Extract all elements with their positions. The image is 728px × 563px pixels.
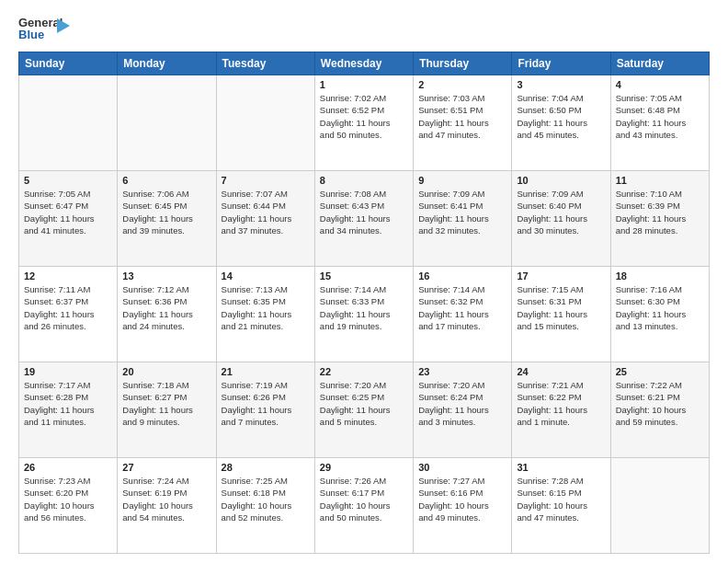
- calendar-cell: 20Sunrise: 7:18 AM Sunset: 6:27 PM Dayli…: [118, 362, 216, 458]
- calendar-cell: 22Sunrise: 7:20 AM Sunset: 6:25 PM Dayli…: [314, 362, 413, 458]
- weekday-header-thursday: Thursday: [414, 52, 512, 75]
- day-info: Sunrise: 7:27 AM Sunset: 6:16 PM Dayligh…: [418, 475, 506, 523]
- day-number: 26: [24, 462, 112, 473]
- day-info: Sunrise: 7:20 AM Sunset: 6:25 PM Dayligh…: [320, 379, 408, 428]
- calendar-cell: 30Sunrise: 7:27 AM Sunset: 6:16 PM Dayli…: [414, 458, 512, 554]
- week-row-3: 19Sunrise: 7:17 AM Sunset: 6:28 PM Dayli…: [19, 362, 710, 458]
- day-info: Sunrise: 7:16 AM Sunset: 6:30 PM Dayligh…: [616, 283, 704, 332]
- calendar-cell: 23Sunrise: 7:20 AM Sunset: 6:24 PM Dayli…: [414, 362, 512, 458]
- day-number: 30: [418, 462, 506, 473]
- day-info: Sunrise: 7:22 AM Sunset: 6:21 PM Dayligh…: [616, 379, 704, 428]
- day-info: Sunrise: 7:03 AM Sunset: 6:51 PM Dayligh…: [418, 92, 506, 141]
- day-info: Sunrise: 7:28 AM Sunset: 6:15 PM Dayligh…: [517, 475, 605, 523]
- day-number: 25: [616, 366, 704, 377]
- day-info: Sunrise: 7:23 AM Sunset: 6:20 PM Dayligh…: [24, 475, 112, 523]
- day-info: Sunrise: 7:12 AM Sunset: 6:36 PM Dayligh…: [122, 283, 210, 332]
- day-info: Sunrise: 7:14 AM Sunset: 6:33 PM Dayligh…: [320, 283, 408, 332]
- weekday-header-wednesday: Wednesday: [314, 52, 413, 75]
- day-number: 24: [517, 366, 605, 377]
- day-info: Sunrise: 7:25 AM Sunset: 6:18 PM Dayligh…: [222, 475, 310, 523]
- day-number: 15: [320, 270, 408, 282]
- day-info: Sunrise: 7:09 AM Sunset: 6:40 PM Dayligh…: [517, 188, 605, 236]
- page: GeneralBlue SundayMondayTuesdayWednesday…: [0, 0, 728, 563]
- calendar-cell: 19Sunrise: 7:17 AM Sunset: 6:28 PM Dayli…: [19, 362, 118, 458]
- week-row-2: 12Sunrise: 7:11 AM Sunset: 6:37 PM Dayli…: [19, 267, 710, 362]
- day-number: 22: [320, 366, 408, 377]
- day-info: Sunrise: 7:05 AM Sunset: 6:48 PM Dayligh…: [616, 92, 704, 141]
- calendar-cell: 28Sunrise: 7:25 AM Sunset: 6:18 PM Dayli…: [216, 458, 314, 554]
- day-info: Sunrise: 7:04 AM Sunset: 6:50 PM Dayligh…: [517, 92, 605, 141]
- calendar-cell: 10Sunrise: 7:09 AM Sunset: 6:40 PM Dayli…: [512, 171, 610, 267]
- day-info: Sunrise: 7:20 AM Sunset: 6:24 PM Dayligh…: [418, 379, 506, 428]
- calendar-cell: 18Sunrise: 7:16 AM Sunset: 6:30 PM Dayli…: [610, 267, 709, 362]
- header: GeneralBlue: [18, 15, 710, 42]
- day-info: Sunrise: 7:13 AM Sunset: 6:35 PM Dayligh…: [222, 283, 310, 332]
- day-number: 14: [222, 270, 310, 282]
- calendar-cell: 8Sunrise: 7:08 AM Sunset: 6:43 PM Daylig…: [314, 171, 413, 267]
- logo-svg: GeneralBlue: [18, 15, 70, 42]
- calendar-cell: 12Sunrise: 7:11 AM Sunset: 6:37 PM Dayli…: [19, 267, 118, 362]
- weekday-header-sunday: Sunday: [19, 52, 118, 75]
- day-info: Sunrise: 7:05 AM Sunset: 6:47 PM Dayligh…: [24, 188, 112, 236]
- day-info: Sunrise: 7:21 AM Sunset: 6:22 PM Dayligh…: [517, 379, 605, 428]
- week-row-4: 26Sunrise: 7:23 AM Sunset: 6:20 PM Dayli…: [19, 458, 710, 554]
- day-number: 21: [222, 366, 310, 377]
- day-info: Sunrise: 7:11 AM Sunset: 6:37 PM Dayligh…: [24, 283, 112, 332]
- day-number: 8: [320, 175, 408, 186]
- day-info: Sunrise: 7:09 AM Sunset: 6:41 PM Dayligh…: [418, 188, 506, 236]
- calendar-cell: 7Sunrise: 7:07 AM Sunset: 6:44 PM Daylig…: [216, 171, 314, 267]
- day-info: Sunrise: 7:26 AM Sunset: 6:17 PM Dayligh…: [320, 475, 408, 523]
- day-number: 27: [122, 462, 210, 473]
- calendar-cell: 31Sunrise: 7:28 AM Sunset: 6:15 PM Dayli…: [512, 458, 610, 554]
- day-number: 31: [517, 462, 605, 473]
- day-number: 9: [418, 175, 506, 186]
- day-number: 16: [418, 270, 506, 282]
- day-number: 28: [222, 462, 310, 473]
- day-info: Sunrise: 7:10 AM Sunset: 6:39 PM Dayligh…: [616, 188, 704, 236]
- calendar-cell: 3Sunrise: 7:04 AM Sunset: 6:50 PM Daylig…: [512, 75, 610, 171]
- weekday-header-friday: Friday: [512, 52, 610, 75]
- weekday-header-saturday: Saturday: [610, 52, 709, 75]
- day-info: Sunrise: 7:06 AM Sunset: 6:45 PM Dayligh…: [122, 188, 210, 236]
- calendar-cell: 14Sunrise: 7:13 AM Sunset: 6:35 PM Dayli…: [216, 267, 314, 362]
- day-number: 19: [24, 366, 112, 377]
- calendar-cell: 4Sunrise: 7:05 AM Sunset: 6:48 PM Daylig…: [610, 75, 709, 171]
- day-number: 20: [122, 366, 210, 377]
- calendar-table: SundayMondayTuesdayWednesdayThursdayFrid…: [18, 52, 710, 554]
- weekday-header-monday: Monday: [118, 52, 216, 75]
- day-number: 17: [517, 270, 605, 282]
- day-info: Sunrise: 7:18 AM Sunset: 6:27 PM Dayligh…: [122, 379, 210, 428]
- day-number: 6: [122, 175, 210, 186]
- calendar-cell: 6Sunrise: 7:06 AM Sunset: 6:45 PM Daylig…: [118, 171, 216, 267]
- calendar-cell: [216, 75, 314, 171]
- calendar-cell: 13Sunrise: 7:12 AM Sunset: 6:36 PM Dayli…: [118, 267, 216, 362]
- calendar-cell: [118, 75, 216, 171]
- calendar-cell: 11Sunrise: 7:10 AM Sunset: 6:39 PM Dayli…: [610, 171, 709, 267]
- day-info: Sunrise: 7:15 AM Sunset: 6:31 PM Dayligh…: [517, 283, 605, 332]
- day-number: 11: [616, 175, 704, 186]
- day-number: 23: [418, 366, 506, 377]
- logo: GeneralBlue: [18, 15, 70, 42]
- svg-text:Blue: Blue: [18, 28, 44, 41]
- day-number: 10: [517, 175, 605, 186]
- day-info: Sunrise: 7:19 AM Sunset: 6:26 PM Dayligh…: [222, 379, 310, 428]
- day-number: 13: [122, 270, 210, 282]
- week-row-1: 5Sunrise: 7:05 AM Sunset: 6:47 PM Daylig…: [19, 171, 710, 267]
- calendar-cell: 2Sunrise: 7:03 AM Sunset: 6:51 PM Daylig…: [414, 75, 512, 171]
- svg-marker-2: [57, 18, 70, 33]
- week-row-0: 1Sunrise: 7:02 AM Sunset: 6:52 PM Daylig…: [19, 75, 710, 171]
- weekday-header-row: SundayMondayTuesdayWednesdayThursdayFrid…: [19, 52, 710, 75]
- day-info: Sunrise: 7:08 AM Sunset: 6:43 PM Dayligh…: [320, 188, 408, 236]
- day-number: 4: [616, 79, 704, 90]
- calendar-cell: 29Sunrise: 7:26 AM Sunset: 6:17 PM Dayli…: [314, 458, 413, 554]
- day-info: Sunrise: 7:07 AM Sunset: 6:44 PM Dayligh…: [222, 188, 310, 236]
- day-number: 7: [222, 175, 310, 186]
- day-number: 1: [320, 79, 408, 90]
- calendar-cell: 26Sunrise: 7:23 AM Sunset: 6:20 PM Dayli…: [19, 458, 118, 554]
- calendar-cell: 27Sunrise: 7:24 AM Sunset: 6:19 PM Dayli…: [118, 458, 216, 554]
- day-info: Sunrise: 7:24 AM Sunset: 6:19 PM Dayligh…: [122, 475, 210, 523]
- calendar-cell: [19, 75, 118, 171]
- day-number: 2: [418, 79, 506, 90]
- calendar-cell: 5Sunrise: 7:05 AM Sunset: 6:47 PM Daylig…: [19, 171, 118, 267]
- calendar-cell: 9Sunrise: 7:09 AM Sunset: 6:41 PM Daylig…: [414, 171, 512, 267]
